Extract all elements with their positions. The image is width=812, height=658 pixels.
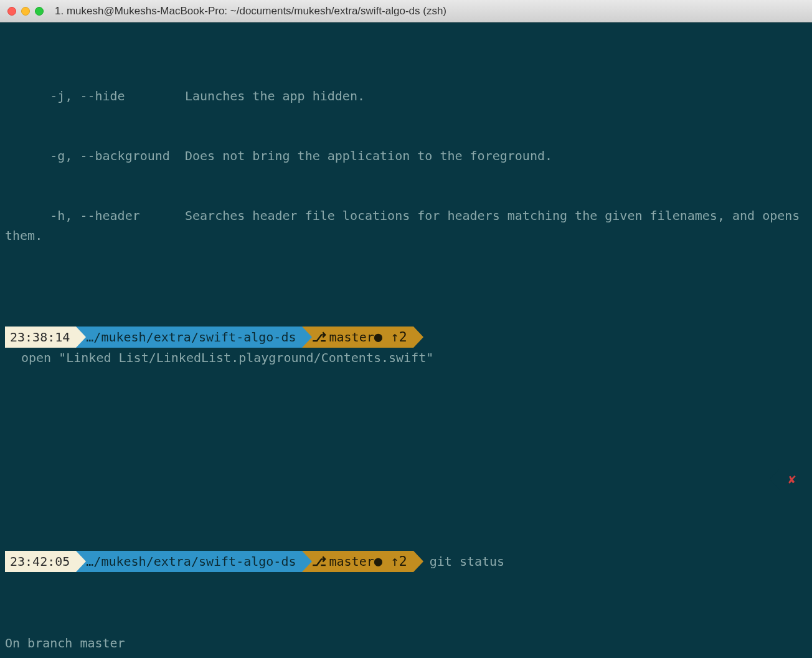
help-line: -h, --header Searches header file locati… [5, 206, 807, 246]
git-branch-icon: ⎇ [312, 551, 326, 571]
prompt-path: …/mukesh/extra/swift-algo-ds [76, 551, 302, 572]
help-line: -g, --background Does not bring the appl… [5, 146, 807, 166]
command-text: git status [413, 551, 504, 571]
command-text: open "Linked List/LinkedList.playground/… [5, 348, 433, 368]
error-icon: ✘ [788, 469, 796, 489]
output-line: On branch master [5, 633, 807, 653]
prompt-path: …/mukesh/extra/swift-algo-ds [76, 327, 302, 348]
prompt-time: 23:42:05 [5, 551, 76, 572]
help-line: -j, --hide Launches the app hidden. [5, 86, 807, 106]
prompt-branch: ⎇master ● ↑2 [302, 551, 413, 572]
zoom-icon[interactable] [35, 7, 44, 16]
close-icon[interactable] [7, 7, 16, 16]
status-row: ✘ [5, 449, 807, 470]
prompt-line: 23:38:14 …/mukesh/extra/swift-algo-ds ⎇m… [5, 327, 807, 368]
prompt-time: 23:38:14 [5, 327, 76, 348]
prompt-branch: ⎇master ● ↑2 [302, 327, 413, 348]
minimize-icon[interactable] [21, 7, 30, 16]
git-branch-icon: ⎇ [312, 327, 326, 347]
window-titlebar: 1. mukesh@Mukeshs-MacBook-Pro: ~/documen… [0, 0, 812, 22]
traffic-lights [7, 7, 44, 16]
prompt-line: 23:42:05 …/mukesh/extra/swift-algo-ds ⎇m… [5, 551, 807, 572]
error-badge: ✘ [780, 469, 805, 490]
window-title: 1. mukesh@Mukeshs-MacBook-Pro: ~/documen… [55, 5, 805, 17]
terminal-viewport[interactable]: -j, --hide Launches the app hidden. -g, … [0, 22, 812, 658]
